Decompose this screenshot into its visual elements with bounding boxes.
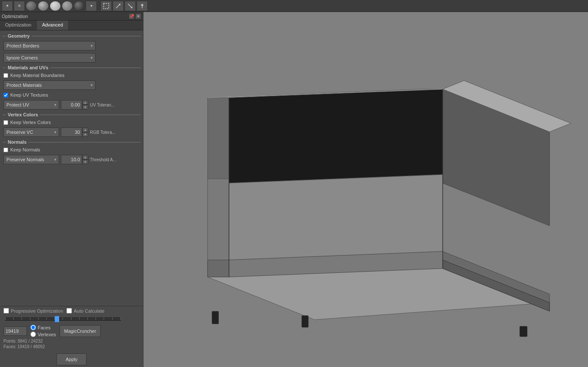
toolbar-separator-1 [98,2,99,10]
tab-advanced[interactable]: Advanced [37,21,69,30]
close-button[interactable]: ✕ [135,13,141,19]
tool-arrow3[interactable] [137,1,148,11]
faces-radio[interactable] [30,325,36,330]
ignore-corners-dropdown[interactable]: Ignore Corners Protect Corners [3,53,96,62]
tick-1 [5,317,6,320]
optimization-slider[interactable] [5,316,121,322]
protect-uv-dropdown[interactable]: Protect UV Ignore UV [3,100,59,110]
keep-material-boundaries-label: Keep Material Boundaries [10,73,65,78]
geometry-header: Geometry [0,32,143,40]
points-stats: Points: 9841 / 24232 [3,339,140,343]
svg-marker-15 [229,175,443,260]
pin-button[interactable]: 📌 [128,13,134,19]
tick-11 [87,317,88,320]
uv-tolerance-label: UV Toleran... [90,103,115,107]
keep-uv-textures-label: Keep UV Textures [10,92,48,98]
auto-calc-label: Auto Calculate [74,308,104,314]
slider-handle[interactable] [55,316,59,322]
keep-normals-checkbox[interactable] [3,148,8,152]
face-vert-row: 19419 Faces Vertexes MagicCruncher [3,325,140,337]
faces-radio-item: Faces [30,325,56,330]
tick-13 [104,317,104,320]
svg-rect-20 [212,311,219,324]
progressive-opt-label: Progressive Optimization [11,308,63,314]
tool-rect-select[interactable] [101,1,112,11]
tick-10 [79,317,80,320]
vertexes-radio[interactable] [30,331,36,337]
auto-calc-checkbox[interactable] [66,308,72,314]
faces-label: Faces [38,325,51,330]
faces-count-label: Faces: [3,344,16,349]
progressive-row: Progressive Optimization Auto Calculate [3,308,140,314]
main-area: Optimization 📌 ✕ Optimization Advanced G… [0,12,588,367]
rgb-tolerance-down[interactable]: ▼ [82,132,88,137]
tool-sphere-5[interactable] [74,1,85,11]
uv-tolerance-down[interactable]: ▼ [82,105,88,110]
tick-15 [120,317,121,320]
rgb-tolerance-label: RGB Tolera... [90,130,116,135]
face-count-input[interactable]: 19419 [3,326,27,336]
threshold-input-wrap: 10.0 ▲ ▼ [61,155,88,164]
svg-marker-6 [140,4,144,6]
panel-titlebar: Optimization 📌 ✕ [0,12,143,21]
svg-marker-16 [208,260,229,277]
slider-ticks [5,317,121,320]
uv-tolerance-input[interactable]: 0.00 [61,100,82,110]
tool-asterisk[interactable]: ✳ [14,1,25,11]
apply-button[interactable]: Apply [57,353,87,365]
vertex-colors-header: Vertex Colors [0,111,143,118]
normals-header: Normals [0,138,143,146]
tool-sphere-4[interactable] [62,1,73,11]
vertexes-label: Vertexes [38,332,56,337]
tool-sphere-2[interactable] [38,1,49,11]
protect-borders-wrap: Protect Borders Ignore Borders [3,41,96,50]
threshold-spinners: ▲ ▼ [82,155,88,164]
protect-materials-wrap: Protect Materials Ignore Materials [3,80,96,90]
svg-marker-10 [229,89,443,183]
slider-row [3,316,140,322]
tool-dropdown[interactable]: ▾ [86,1,97,11]
viewport[interactable] [143,12,588,367]
progressive-opt-wrap: Progressive Optimization [3,308,63,314]
tool-sphere-3[interactable] [50,1,61,11]
preserve-normals-wrap: Preserve Normals Ignore Normals [3,155,59,164]
preserve-vc-wrap: Preserve VC Ignore VC [3,127,59,137]
preserve-normals-dropdown[interactable]: Preserve Normals Ignore Normals [3,155,59,164]
protect-uv-row: Protect UV Ignore UV 0.00 ▲ ▼ UV Toleran… [0,99,143,111]
toolbar: ✦ ✳ ▾ [0,0,588,12]
faces-count-value: 19419 / 48092 [18,344,45,349]
protect-borders-dropdown[interactable]: Protect Borders Ignore Borders [3,41,96,50]
protect-materials-dropdown[interactable]: Protect Materials Ignore Materials [3,80,96,90]
rgb-tolerance-up[interactable]: ▲ [82,127,88,132]
threshold-label: Threshold A... [90,157,116,162]
tick-9 [71,317,72,320]
protect-materials-row: Protect Materials Ignore Materials [0,79,143,91]
threshold-input[interactable]: 10.0 [61,155,82,164]
keep-material-boundaries-checkbox[interactable] [3,73,8,78]
magic-cruncher-button[interactable]: MagicCruncher [60,325,101,337]
tick-3 [21,317,22,320]
radio-group: Faces Vertexes [30,325,56,337]
uv-tolerance-input-wrap: 0.00 ▲ ▼ [61,100,88,110]
preserve-vc-row: Preserve VC Ignore VC 30 ▲ ▼ RGB Tolera.… [0,126,143,138]
tool-sphere-1[interactable] [26,1,37,11]
tool-arrow2[interactable] [125,1,136,11]
tab-optimization[interactable]: Optimization [0,21,37,30]
tick-5 [38,317,39,320]
preserve-vc-dropdown[interactable]: Preserve VC Ignore VC [3,127,59,137]
preserve-normals-row: Preserve Normals Ignore Normals 10.0 ▲ ▼… [0,154,143,166]
threshold-down[interactable]: ▼ [82,160,88,164]
faces-stats: Faces: 19419 / 48092 [3,344,140,349]
keep-vertex-colors-checkbox[interactable] [3,120,8,125]
points-value: 9841 / 24232 [18,339,42,343]
keep-uv-textures-checkbox[interactable] [3,93,8,98]
rgb-tolerance-input[interactable]: 30 [61,127,82,137]
tool-arrow1[interactable] [113,1,124,11]
tool-star[interactable]: ✦ [2,1,13,11]
svg-rect-22 [519,326,527,337]
progressive-opt-checkbox[interactable] [3,308,9,314]
tab-bar: Optimization Advanced [0,21,143,30]
threshold-up[interactable]: ▲ [82,155,88,160]
keep-material-boundaries-row: Keep Material Boundaries [0,71,143,79]
uv-tolerance-up[interactable]: ▲ [82,100,88,105]
